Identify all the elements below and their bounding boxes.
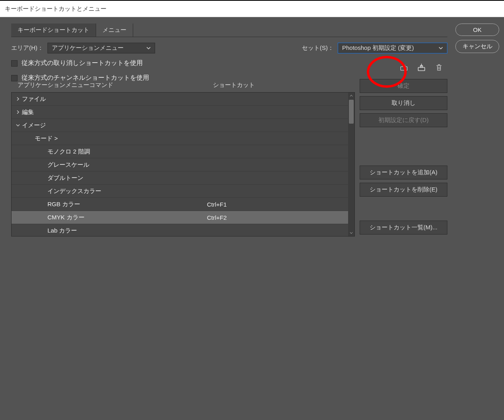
tab-bar: キーボードショートカット メニュー (11, 24, 447, 37)
cancel-button[interactable]: キャンセル (455, 40, 499, 53)
tree-row-label: ファイル (22, 95, 46, 103)
tree-row[interactable]: インデックスカラー (12, 185, 354, 198)
tree-row-label: 編集 (22, 108, 34, 116)
tree-row-label: モノクロ 2 階調 (47, 148, 90, 156)
svg-rect-0 (401, 67, 408, 70)
svg-rect-2 (418, 67, 425, 71)
delete-set-button[interactable] (435, 63, 443, 72)
save-set-icon (417, 63, 426, 72)
undo-button[interactable]: 取り消し (360, 96, 447, 110)
tree-row-label: イメージ (22, 122, 46, 129)
tree-row-label: インデックスカラー (47, 187, 101, 195)
tree-row[interactable]: モノクロ 2 階調 (12, 145, 354, 158)
tree-row-label: グレースケール (47, 161, 89, 169)
tree-row[interactable]: RGB カラーCtrl+F1 (12, 198, 354, 211)
ok-button[interactable]: OK (455, 24, 499, 36)
tab-menus[interactable]: メニュー (96, 24, 133, 37)
tree-row-label: CMYK カラー (47, 214, 85, 221)
summary-button[interactable]: ショートカット一覧(M)... (360, 221, 447, 235)
window-title: キーボードショートカットとメニュー (5, 5, 106, 13)
svg-rect-1 (403, 65, 405, 67)
trash-icon (435, 63, 443, 72)
area-select[interactable]: アプリケーションメニュー (47, 43, 155, 53)
new-set-button[interactable] (400, 63, 408, 72)
chevron-down-icon (146, 45, 151, 51)
save-set-button[interactable] (417, 63, 426, 72)
header-command: アプリケーションメニューコマンド (18, 81, 213, 89)
tree-row-label: モード > (35, 135, 58, 142)
tree-row-label: Lab カラー (47, 227, 77, 235)
legacy-undo-label: 従来方式の取り消しショートカットを使用 (22, 59, 143, 67)
tree-row[interactable]: グレースケール (12, 158, 354, 172)
twisty-down-icon[interactable] (14, 123, 22, 127)
scroll-thumb[interactable] (349, 100, 354, 124)
twisty-right-icon[interactable] (14, 97, 22, 101)
default-button[interactable]: 初期設定に戻す(D) (360, 113, 447, 127)
set-select[interactable]: Photoshop 初期設定 (変更) (338, 43, 447, 53)
tree-row[interactable]: CMYK カラーCtrl+F2 (12, 211, 354, 224)
tree-row[interactable]: Lab カラー (12, 224, 354, 237)
twisty-right-icon[interactable] (14, 110, 22, 114)
tree-row-label: ダブルトーン (47, 174, 83, 182)
add-shortcut-button[interactable]: ショートカットを追加(A) (360, 166, 447, 179)
tree-row-shortcut: Ctrl+F1 (207, 201, 227, 208)
scroll-up-icon[interactable] (348, 93, 354, 99)
header-shortcut: ショートカット (213, 81, 255, 89)
tree-row-shortcut: Ctrl+F2 (207, 214, 227, 221)
accept-button[interactable]: 確定 (360, 79, 447, 93)
delete-shortcut-button[interactable]: ショートカットを削除(E) (360, 183, 447, 197)
title-bar: キーボードショートカットとメニュー (0, 0, 504, 17)
new-set-icon (400, 63, 408, 72)
area-label: エリア(H)： (11, 44, 43, 52)
close-button[interactable] (491, 3, 499, 15)
scroll-down-icon[interactable] (348, 230, 354, 236)
set-label: セット(S)： (302, 44, 334, 52)
tree-row[interactable]: イメージ (12, 119, 354, 132)
command-tree: ファイル編集イメージモード >モノクロ 2 階調グレースケールダブルトーンインデ… (11, 92, 355, 237)
legacy-undo-checkbox[interactable] (11, 60, 18, 67)
tree-row[interactable]: モード > (12, 132, 354, 145)
scrollbar[interactable] (348, 93, 354, 236)
tree-row[interactable]: ダブルトーン (12, 172, 354, 185)
tree-row-label: RGB カラー (47, 201, 80, 208)
area-value: アプリケーションメニュー (52, 44, 124, 52)
set-value: Photoshop 初期設定 (変更) (342, 44, 414, 52)
tree-row[interactable]: ファイル (12, 93, 354, 106)
tab-shortcuts[interactable]: キーボードショートカット (11, 24, 96, 37)
chevron-down-icon (439, 45, 443, 51)
tree-row[interactable]: 編集 (12, 106, 354, 119)
